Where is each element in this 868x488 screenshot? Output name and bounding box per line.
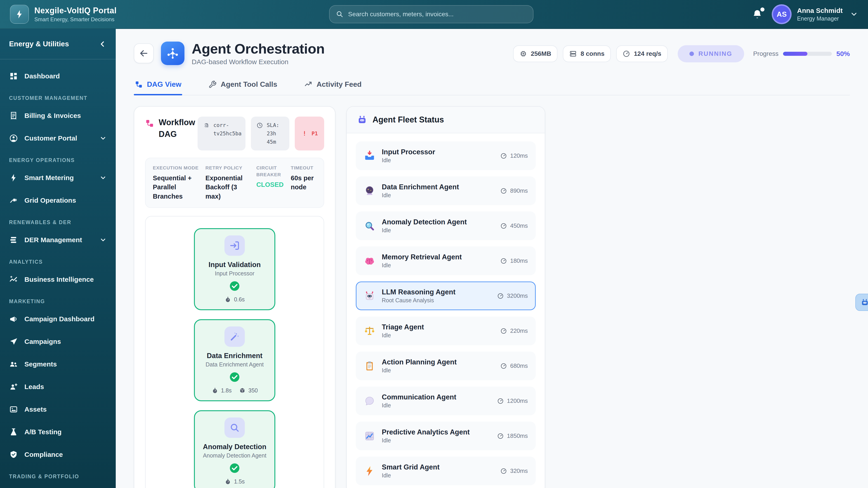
progress-group: Progress 50% bbox=[753, 50, 850, 58]
sidebar-section-analytics: ANALYTICS bbox=[0, 251, 116, 268]
avatar: AS bbox=[772, 4, 792, 24]
agent-row-action-planning[interactable]: Action Planning Agent Idle 680ms bbox=[356, 352, 536, 380]
image-icon bbox=[9, 405, 18, 414]
robot-icon bbox=[364, 290, 375, 302]
gauge-icon bbox=[500, 223, 507, 229]
user-menu[interactable]: AS Anna Schmidt Energy Manager bbox=[772, 4, 858, 24]
people-icon bbox=[9, 360, 18, 369]
correlation-id-badge: corr-tv25hc5ba bbox=[197, 117, 246, 151]
fleet-header: Agent Fleet Status bbox=[347, 107, 545, 133]
main-content: Agent Orchestration DAG-based Workflow E… bbox=[116, 29, 868, 488]
chevron-down-icon bbox=[99, 135, 107, 142]
page-subtitle: DAG-based Workflow Execution bbox=[192, 58, 324, 66]
sidebar-item-campaigns[interactable]: Campaigns bbox=[0, 330, 116, 353]
user-circle-icon bbox=[9, 134, 18, 143]
hub-icon bbox=[166, 46, 180, 60]
dag-node-data-enrichment[interactable]: Data Enrichment Data Enrichment Agent 1.… bbox=[194, 319, 275, 401]
agent-row-llm-reasoning[interactable]: LLM Reasoning Agent Root Cause Analysis … bbox=[356, 282, 536, 310]
sidebar-item-grid-operations[interactable]: Grid Operations bbox=[0, 189, 116, 212]
agent-row-communication[interactable]: Communication Agent Idle 1200ms bbox=[356, 387, 536, 415]
agent-row-data-enrichment[interactable]: Data Enrichment Agent Idle 890ms bbox=[356, 176, 536, 205]
sidebar-item-ab-testing[interactable]: A/B Testing bbox=[0, 421, 116, 443]
plug-icon bbox=[9, 196, 18, 205]
dag-canvas: Input Validation Input Processor 0.6s Da… bbox=[145, 216, 324, 488]
alert-icon bbox=[301, 130, 308, 137]
agent-row-anomaly-detection[interactable]: Anomaly Detection Agent Idle 450ms bbox=[356, 212, 536, 240]
person-add-icon bbox=[9, 382, 18, 391]
progress-bar bbox=[783, 52, 832, 56]
sidebar-item-smart-metering[interactable]: Smart Metering bbox=[0, 166, 116, 189]
status-dot bbox=[689, 52, 694, 56]
chip-icon bbox=[520, 50, 527, 58]
agent-row-input-processor[interactable]: Input Processor Idle 120ms bbox=[356, 141, 536, 170]
trend-sparkle-icon bbox=[9, 275, 18, 284]
brand-logo bbox=[10, 5, 29, 24]
config-timeout: TIMEOUT 60s per node bbox=[291, 164, 316, 201]
sidebar-section-trading-portfolio: TRADING & PORTFOLIO bbox=[0, 466, 116, 483]
top-bar: Nexgile-VoltIQ Portal Smart Energy, Smar… bbox=[0, 0, 868, 29]
sidebar-section-marketing: MARKETING bbox=[0, 291, 116, 308]
flask-icon bbox=[9, 427, 18, 436]
sidebar-item-dashboard[interactable]: Dashboard bbox=[0, 65, 116, 88]
stopwatch-icon bbox=[224, 478, 231, 485]
sidebar-item-segments[interactable]: Segments bbox=[0, 353, 116, 376]
crystal-ball-icon bbox=[364, 185, 375, 197]
tab-dag-view[interactable]: DAG View bbox=[134, 76, 182, 95]
gauge-icon bbox=[500, 258, 507, 264]
clipboard-icon bbox=[364, 360, 375, 372]
agent-row-triage[interactable]: Triage Agent Idle 220ms bbox=[356, 317, 536, 345]
notifications-button[interactable] bbox=[750, 7, 765, 22]
user-role: Energy Manager bbox=[797, 15, 843, 22]
gauge-icon bbox=[500, 363, 507, 369]
page-title: Agent Orchestration bbox=[192, 41, 324, 57]
gauge-icon bbox=[500, 188, 507, 194]
sidebar-item-assets[interactable]: Assets bbox=[0, 398, 116, 421]
sidebar-item-campaign-dashboard[interactable]: Campaign Dashboard bbox=[0, 308, 116, 330]
throughput-badge: 124 req/s bbox=[616, 45, 668, 62]
robot-icon bbox=[357, 114, 368, 125]
sidebar-item-leads[interactable]: Leads bbox=[0, 376, 116, 398]
sidebar-item-billing-invoices[interactable]: Billing & Invoices bbox=[0, 104, 116, 127]
sidebar-item-customer-portal[interactable]: Customer Portal bbox=[0, 127, 116, 150]
server-icon bbox=[569, 50, 577, 58]
sidebar-item-der-management[interactable]: DER Management bbox=[0, 229, 116, 251]
sidebar-section-energy-operations: ENERGY OPERATIONS bbox=[0, 150, 116, 166]
tab-agent-tool-calls[interactable]: Agent Tool Calls bbox=[208, 76, 278, 95]
assistant-widget-button[interactable] bbox=[855, 294, 868, 311]
success-check-icon bbox=[229, 281, 240, 291]
sidebar-section-renewables-der: RENEWABLES & DER bbox=[0, 212, 116, 229]
gauge-icon bbox=[500, 328, 507, 334]
dag-node-input-validation[interactable]: Input Validation Input Processor 0.6s bbox=[194, 228, 275, 310]
back-button[interactable] bbox=[134, 43, 154, 63]
stopwatch-icon bbox=[224, 296, 231, 303]
search-icon bbox=[336, 10, 344, 18]
sidebar-collapse-button[interactable] bbox=[98, 40, 107, 48]
shield-check-icon bbox=[9, 450, 18, 459]
search-input[interactable] bbox=[348, 11, 527, 18]
global-search[interactable] bbox=[329, 5, 533, 23]
config-execution-mode: EXECUTION MODE Sequential + Parallel Bra… bbox=[153, 164, 199, 201]
sidebar-item-business-intelligence[interactable]: Business Intelligence bbox=[0, 268, 116, 291]
wand-icon bbox=[224, 326, 245, 347]
chart-icon bbox=[364, 430, 375, 442]
brain-icon bbox=[364, 255, 375, 267]
chevron-down-icon bbox=[850, 10, 858, 18]
magnifier-icon bbox=[364, 220, 375, 232]
agent-fleet-panel: Agent Fleet Status Input Processor Idle … bbox=[346, 106, 545, 488]
sidebar-section-customer-management: CUSTOMER MANAGEMENT bbox=[0, 88, 116, 104]
tab-bar: DAG View Agent Tool Calls Activity Feed bbox=[134, 76, 850, 95]
config-circuit-breaker: CIRCUIT BREAKER CLOSED bbox=[256, 164, 284, 201]
agent-row-smart-grid[interactable]: Smart Grid Agent Idle 320ms bbox=[356, 457, 536, 485]
agent-row-predictive-analytics[interactable]: Predictive Analytics Agent Idle 1850ms bbox=[356, 422, 536, 450]
gauge-icon bbox=[500, 153, 507, 159]
tab-activity-feed[interactable]: Activity Feed bbox=[303, 76, 362, 95]
chevron-down-icon bbox=[99, 236, 107, 243]
agent-row-memory-retrieval[interactable]: Memory Retrieval Agent Idle 180ms bbox=[356, 247, 536, 275]
enter-icon bbox=[224, 235, 245, 256]
dag-node-anomaly-detection[interactable]: Anomaly Detection Anomaly Detection Agen… bbox=[194, 410, 275, 488]
scales-icon bbox=[364, 325, 375, 337]
arrow-left-icon bbox=[139, 48, 149, 58]
speech-bubble-icon bbox=[364, 395, 375, 407]
dag-icon bbox=[135, 80, 143, 89]
sidebar-item-compliance[interactable]: Compliance bbox=[0, 443, 116, 466]
